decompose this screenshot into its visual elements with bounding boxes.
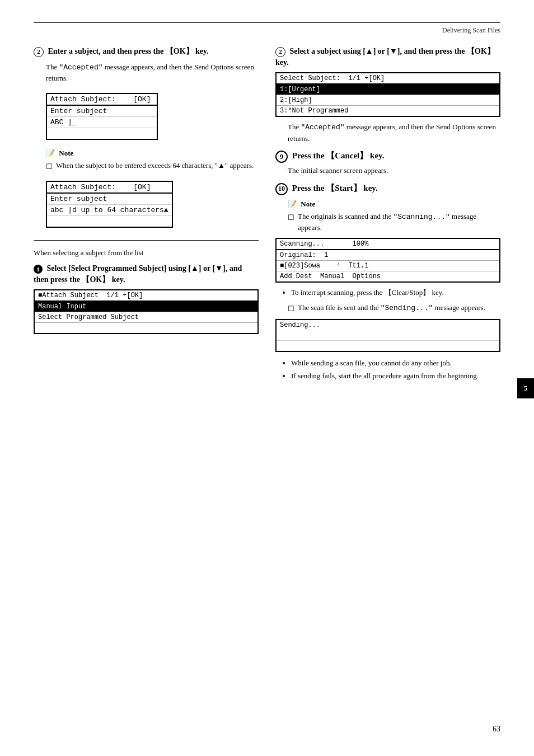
lcd4-row1: Select Subject: 1/1 ÷[OK] — [277, 73, 499, 84]
lcd1-row3: ABC |_ — [47, 117, 157, 128]
step9-circle: 9 — [275, 151, 288, 163]
lcd-screen-2: Attach Subject: [OK] Enter subject abc |… — [46, 181, 173, 228]
lcd6-row1: Sending... — [277, 320, 499, 330]
note1-title: 📝 Note — [46, 149, 259, 158]
lcd1-row2: Enter subject — [47, 106, 157, 117]
lcd-screen-3: ■Attach Subject 1/1 ÷[OK] Manual Input S… — [34, 289, 259, 334]
bullet-sending-fail: If sending fails, start the all procedur… — [291, 370, 500, 382]
lcd1-row4 — [47, 128, 157, 139]
step1-filled-circle: 1 — [34, 265, 43, 274]
lcd3-row1: ■Attach Subject 1/1 ÷[OK] — [35, 290, 257, 302]
step2-left-heading: 2 Enter a subject, and then press the 【O… — [34, 46, 259, 57]
lcd2-row3: abc |d up to 64 characters▲ — [47, 205, 172, 216]
lcd3-row4 — [35, 323, 257, 333]
lcd4-row3: 2:[High] — [277, 95, 499, 106]
lcd4-row4: 3:*Not Programmed — [277, 106, 499, 116]
lcd5-row1: Scanning... 100% — [277, 239, 499, 250]
section-divider — [34, 240, 259, 241]
bullet-interrupt: To interrupt scanning, press the 【Clear/… — [291, 287, 500, 298]
right-column: 2 Select a subject using [▲] or [▼], and… — [275, 46, 500, 385]
step2-left-body: The "Accepted" message appears, and then… — [46, 62, 259, 84]
header-title: Delivering Scan Files — [34, 26, 500, 35]
note2-item: ☐ The originals is scanned and the "Scan… — [288, 211, 500, 233]
step10-heading: 10 Press the 【Start】 key. — [275, 183, 500, 195]
lcd-screen-5: Scanning... 100% Original: 1 ■[023]Sowa … — [275, 238, 500, 283]
left-column: 2 Enter a subject, and then press the 【O… — [34, 46, 259, 385]
step10-circle: 10 — [275, 183, 288, 195]
page-number: 63 — [493, 725, 500, 734]
lcd2-row2: Enter subject — [47, 194, 172, 205]
lcd3-row3: Select Programmed Subject — [35, 312, 257, 323]
when-heading: When selecting a subject from the list — [34, 248, 259, 257]
header-divider — [34, 22, 500, 23]
main-content: 2 Enter a subject, and then press the 【O… — [34, 46, 500, 385]
lcd-screen-6: Sending... — [275, 319, 500, 352]
sending-bullets: While sending a scan file, you cannot do… — [291, 358, 500, 382]
lcd1-row1: Attach Subject: [OK] — [47, 94, 157, 106]
note1-section: 📝 Note ☐ When the subject to be entered … — [46, 149, 259, 172]
lcd5-row3: ■[023]Sowa ÷ Tt1.1 — [277, 261, 499, 271]
note3-section: ☐ The scan file is sent and the "Sending… — [288, 302, 500, 314]
lcd5-row4: Add Dest Manual Options — [277, 271, 499, 281]
lcd4-row2: 1:[Urgent] — [277, 84, 499, 95]
step2-right-circle: 2 — [275, 47, 285, 57]
lcd-screen-4: Select Subject: 1/1 ÷[OK] 1:[Urgent] 2:[… — [275, 72, 500, 117]
note2-title: 📝 Note — [288, 200, 500, 209]
lcd2-row1: Attach Subject: [OK] — [47, 182, 172, 194]
chapter-marker: 5 — [517, 378, 534, 398]
lcd3-row2: Manual Input — [35, 302, 257, 312]
lcd4-body-text: The "Accepted" message appears, and then… — [288, 121, 500, 144]
lcd-screen-1: Attach Subject: [OK] Enter subject ABC |… — [46, 93, 158, 140]
note2-section: 📝 Note ☐ The originals is scanned and th… — [288, 200, 500, 233]
step1-programmed-heading: 1 Select [Select Programmed Subject] usi… — [34, 263, 259, 285]
note3-item: ☐ The scan file is sent and the "Sending… — [288, 302, 500, 314]
bullet-sending-job: While sending a scan file, you cannot do… — [291, 358, 500, 369]
note1-item: ☐ When the subject to be entered exceeds… — [46, 160, 259, 172]
scanning-bullets: To interrupt scanning, press the 【Clear/… — [291, 287, 500, 298]
lcd5-row2: Original: 1 — [277, 250, 499, 261]
step2-right-heading: 2 Select a subject using [▲] or [▼], and… — [275, 46, 500, 68]
step2-left-circle: 2 — [34, 47, 44, 57]
step9-heading: 9 Press the 【Cancel】 key. — [275, 151, 500, 163]
page: Delivering Scan Files 5 2 Enter a subjec… — [0, 0, 534, 756]
step9-body: The initial scanner screen appears. — [288, 165, 500, 176]
lcd2-row4 — [47, 216, 172, 227]
